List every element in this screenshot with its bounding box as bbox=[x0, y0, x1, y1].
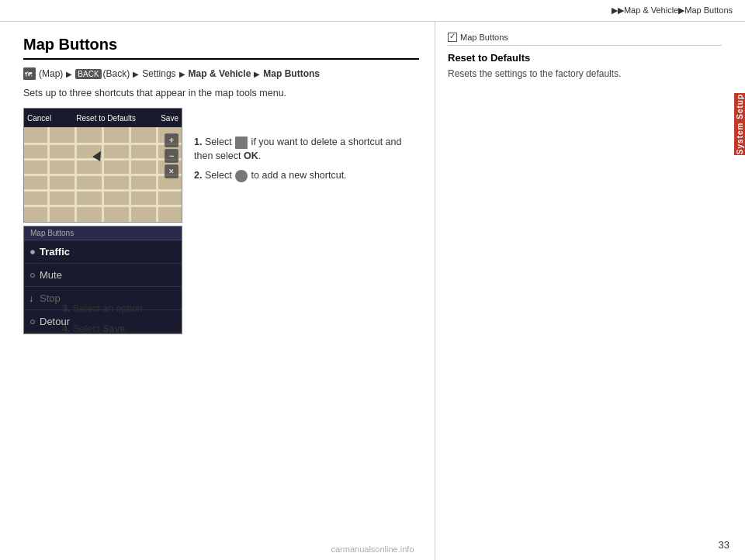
step-2: 2. Select to add a new shortcut. bbox=[194, 169, 419, 183]
bullet-icon bbox=[30, 320, 35, 324]
step-3: 3. Select an option. bbox=[62, 302, 287, 316]
list-item-label: Stop bbox=[40, 292, 61, 304]
right-panel: Map Buttons Reset to Defaults Resets the… bbox=[435, 22, 734, 560]
save-button[interactable]: Save bbox=[161, 114, 178, 123]
reset-button[interactable]: Reset to Defaults bbox=[76, 114, 136, 123]
main-content: Map Buttons 🗺 (Map) ▶ BACK (Back) ▶ Sett… bbox=[0, 22, 435, 560]
page-description: Sets up to three shortcuts that appear i… bbox=[23, 88, 419, 99]
map-road bbox=[129, 127, 131, 222]
nav-map-label: (Map) bbox=[39, 68, 63, 79]
map-controls: + − ✕ bbox=[165, 133, 178, 178]
plus-icon bbox=[235, 170, 248, 182]
zoom-out-button[interactable]: − bbox=[165, 149, 178, 163]
nav-arrow1: ▶ bbox=[66, 70, 72, 78]
map-toolbar: Cancel Reset to Defaults Save bbox=[24, 109, 182, 127]
arrow-icon: ↓ bbox=[29, 293, 33, 304]
svg-text:🗺: 🗺 bbox=[25, 71, 33, 78]
step-1: 1. Select if you want to delete a shortc… bbox=[194, 136, 419, 163]
nav-arrow2: ▶ bbox=[133, 70, 139, 78]
right-panel-header-text: Map Buttons bbox=[460, 33, 508, 42]
map-road bbox=[102, 127, 104, 222]
breadcrumb-text: ▶▶Map & Vehicle▶Map Buttons bbox=[612, 5, 733, 16]
system-setup-tab: System Setup bbox=[734, 93, 745, 155]
nav-map-buttons: Map Buttons bbox=[263, 68, 320, 79]
bullet-icon bbox=[30, 273, 35, 278]
steps-area: 1. Select if you want to delete a shortc… bbox=[194, 136, 419, 189]
right-panel-section-title: Reset to Defaults bbox=[448, 52, 722, 64]
breadcrumb-bar: ▶▶Map & Vehicle▶Map Buttons bbox=[0, 0, 745, 22]
map-body: + − ✕ bbox=[24, 127, 182, 222]
checkbox-icon bbox=[448, 33, 457, 42]
sidebar-label: System Setup bbox=[736, 94, 744, 154]
list-item-traffic[interactable]: Traffic bbox=[24, 240, 182, 264]
steps-area-2: 3. Select an option. 4. Select Save. bbox=[62, 302, 287, 342]
recenter-button[interactable]: ✕ bbox=[165, 164, 178, 178]
nav-settings: Settings bbox=[142, 68, 175, 79]
cancel-button[interactable]: Cancel bbox=[27, 114, 51, 123]
back-icon: BACK bbox=[75, 69, 101, 79]
zoom-in-button[interactable]: + bbox=[165, 133, 178, 147]
map-screenshot: Cancel Reset to Defaults Save + − ✕ bbox=[23, 108, 182, 223]
list-item-label: Mute bbox=[40, 269, 62, 281]
nav-arrow4: ▶ bbox=[254, 70, 260, 78]
right-panel-header: Map Buttons bbox=[448, 33, 722, 46]
nav-arrow3: ▶ bbox=[179, 70, 185, 78]
nav-back-label: (Back) bbox=[103, 68, 130, 79]
map-road bbox=[47, 127, 50, 222]
map-icon: 🗺 bbox=[23, 67, 36, 80]
map-road bbox=[156, 127, 158, 222]
x-icon bbox=[235, 137, 248, 149]
bullet-icon bbox=[30, 250, 35, 254]
page-title: Map Buttons bbox=[23, 36, 419, 60]
right-panel-section-desc: Resets the settings to the factory defau… bbox=[448, 67, 722, 81]
page-number: 33 bbox=[719, 539, 729, 551]
nav-breadcrumb: 🗺 (Map) ▶ BACK (Back) ▶ Settings ▶ Map &… bbox=[23, 67, 419, 80]
map-road bbox=[74, 127, 77, 222]
list-header: Map Buttons bbox=[24, 226, 182, 240]
nav-map-vehicle: Map & Vehicle bbox=[189, 68, 251, 79]
watermark: carmanualsonline.info bbox=[331, 544, 414, 554]
list-item-label: Traffic bbox=[40, 246, 70, 258]
list-item-mute[interactable]: Mute bbox=[24, 264, 182, 287]
step-4: 4. Select Save. bbox=[62, 323, 287, 337]
